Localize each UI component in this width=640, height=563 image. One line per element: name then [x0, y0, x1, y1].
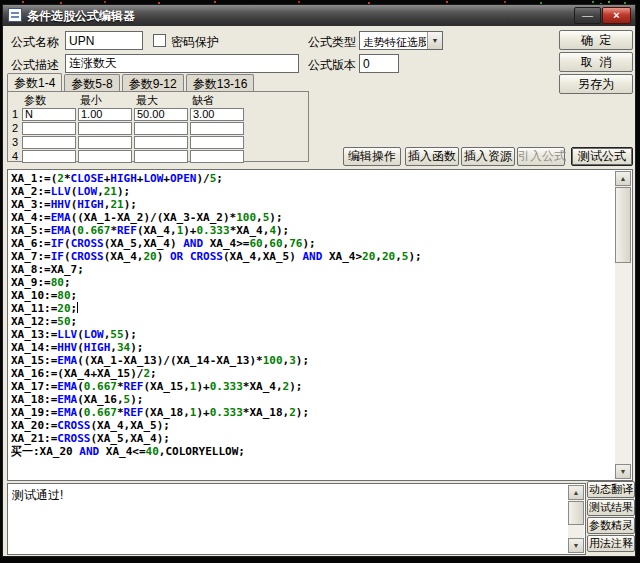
- scroll-up-icon[interactable]: ▲: [615, 171, 631, 186]
- code-line: XA_21:=CROSS(XA_5,XA_4);: [11, 432, 614, 445]
- code-token: )/: [196, 172, 209, 185]
- param-cell-input[interactable]: [190, 108, 244, 121]
- formula-type-select[interactable]: 走势特征选股 ▼: [359, 31, 443, 50]
- tab-params-13-16[interactable]: 参数13-16: [186, 74, 255, 91]
- code-token: ;: [71, 315, 78, 328]
- code-token: HHV: [57, 341, 77, 354]
- tab-params-5-8[interactable]: 参数5-8: [64, 74, 119, 91]
- param-row-number: 1: [10, 108, 22, 120]
- close-button[interactable]: ×: [602, 7, 631, 24]
- code-token: AND: [183, 237, 203, 250]
- code-token: XA_15:=: [11, 354, 57, 367]
- formula-desc-label: 公式描述: [11, 57, 59, 74]
- output-scroll-down-icon[interactable]: ▼: [568, 538, 584, 553]
- editor-scrollbar-thumb[interactable]: [615, 187, 631, 263]
- save-as-button[interactable]: 另存为: [559, 74, 633, 94]
- code-token: IF: [51, 250, 64, 263]
- code-token: 0.667: [84, 380, 117, 393]
- param-cell-input[interactable]: [78, 150, 132, 163]
- insert-resource-button[interactable]: 插入资源: [461, 147, 515, 166]
- param-cell-input[interactable]: [22, 122, 76, 135]
- code-token: +: [163, 172, 170, 185]
- code-token: XA_5:=: [11, 224, 51, 237]
- minimize-button[interactable]: —: [574, 7, 601, 24]
- param-cell-input[interactable]: [134, 150, 188, 163]
- param-row-number: 3: [10, 136, 22, 148]
- close-icon: ×: [613, 9, 619, 21]
- code-line: XA_7:=IF(CROSS(XA_4,20) OR CROSS(XA_4,XA…: [11, 250, 614, 263]
- ok-button[interactable]: 确 定: [559, 30, 633, 50]
- code-token: ;: [150, 367, 157, 380]
- param-cell-input[interactable]: [22, 136, 76, 149]
- output-scrollbar-thumb[interactable]: [568, 501, 584, 525]
- password-checkbox[interactable]: [153, 34, 166, 47]
- code-token: CROSS: [57, 432, 90, 445]
- code-token: IF: [51, 237, 64, 250]
- param-cell-input[interactable]: [190, 136, 244, 149]
- code-token: CROSS: [57, 419, 90, 432]
- code-token: 50: [57, 315, 70, 328]
- code-token: XA_4>: [322, 250, 362, 263]
- test-result-message: 测试通过!: [12, 487, 63, 504]
- dynamic-translate-button[interactable]: 动态翻译: [587, 481, 635, 498]
- formula-name-input[interactable]: [65, 31, 143, 50]
- code-token: );: [302, 237, 315, 250]
- formula-desc-input[interactable]: [65, 54, 299, 73]
- param-cell-input[interactable]: [134, 108, 188, 121]
- code-token: (XA_5,XA_4): [104, 237, 183, 250]
- code-token: CROSS: [190, 250, 223, 263]
- param-cell-input[interactable]: [78, 122, 132, 135]
- import-formula-button[interactable]: 引入公式: [517, 147, 565, 166]
- test-output-box[interactable]: 测试通过! ▲ ▼: [7, 483, 586, 555]
- edit-operations-button[interactable]: 编辑操作: [343, 147, 401, 166]
- code-line: XA_10:=80;: [11, 289, 614, 302]
- param-wizard-button[interactable]: 参数精灵: [587, 517, 635, 534]
- code-token: *: [117, 406, 124, 419]
- param-row-number: 2: [10, 122, 22, 134]
- code-token: *: [64, 172, 71, 185]
- formula-editor-dialog: 条件选股公式编辑器 — × 公式名称 密码保护 公式类型 走势特征选股 ▼ 确 …: [2, 4, 636, 557]
- param-header: 参数: [24, 93, 46, 108]
- background-chart-dots-right: [588, 0, 590, 2]
- param-cell-input[interactable]: [22, 150, 76, 163]
- code-token: 2: [57, 172, 64, 185]
- usage-notes-button[interactable]: 用法注释: [587, 535, 635, 552]
- param-cell-input[interactable]: [22, 108, 76, 121]
- code-token: 60: [249, 237, 262, 250]
- output-scrollbar[interactable]: ▲ ▼: [568, 485, 584, 553]
- param-cell-input[interactable]: [134, 136, 188, 149]
- tab-params-1-4[interactable]: 参数1-4: [7, 73, 62, 91]
- code-token: REF: [124, 406, 144, 419]
- param-cell-input[interactable]: [78, 108, 132, 121]
- code-area[interactable]: XA_1:=(2*CLOSE+HIGH+LOW+OPEN)/5;XA_2:=LL…: [11, 172, 614, 479]
- code-token: (: [77, 341, 84, 354]
- scroll-down-icon[interactable]: ▼: [615, 464, 631, 479]
- code-token: REF: [117, 224, 137, 237]
- text-caret: [77, 302, 78, 313]
- param-cell-input[interactable]: [190, 150, 244, 163]
- output-scroll-up-icon[interactable]: ▲: [568, 485, 584, 500]
- param-cell-input[interactable]: [134, 122, 188, 135]
- cancel-button[interactable]: 取 消: [559, 52, 633, 72]
- formula-version-input[interactable]: [359, 54, 399, 73]
- param-header: 最大: [136, 93, 158, 108]
- code-token: );: [408, 250, 421, 263]
- tab-params-9-12[interactable]: 参数9-12: [122, 74, 184, 91]
- code-token: );: [276, 224, 289, 237]
- code-token: ;: [71, 289, 78, 302]
- code-token: );: [124, 198, 137, 211]
- editor-scrollbar[interactable]: ▲ ▼: [615, 171, 631, 479]
- titlebar[interactable]: 条件选股公式编辑器 — ×: [3, 5, 635, 26]
- code-token: AND: [79, 445, 99, 458]
- code-line: XA_20:=CROSS(XA_4,XA_5);: [11, 419, 614, 432]
- code-token: XA_7:=: [11, 250, 51, 263]
- param-cell-input[interactable]: [190, 122, 244, 135]
- code-editor[interactable]: XA_1:=(2*CLOSE+HIGH+LOW+OPEN)/5;XA_2:=LL…: [7, 169, 633, 481]
- test-result-button[interactable]: 测试结果: [587, 499, 635, 516]
- code-token: 80: [57, 289, 70, 302]
- test-formula-button[interactable]: 测试公式: [571, 147, 633, 166]
- param-cell-input[interactable]: [78, 136, 132, 149]
- insert-function-button[interactable]: 插入函数: [405, 147, 459, 166]
- code-token: [183, 250, 190, 263]
- chevron-down-icon[interactable]: ▼: [427, 32, 442, 49]
